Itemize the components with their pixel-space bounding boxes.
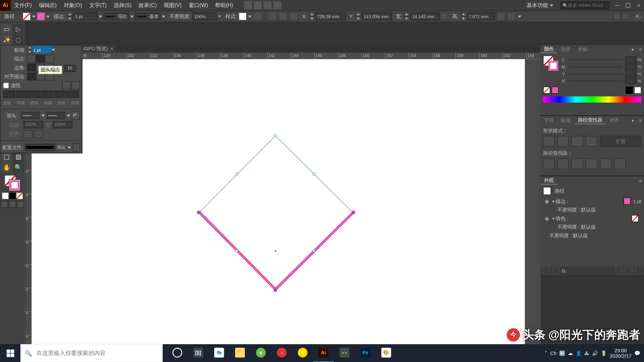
panel-collapse-icon[interactable]: ▸ — [630, 46, 637, 52]
crop-button[interactable] — [586, 159, 597, 169]
y-slider[interactable] — [569, 73, 623, 74]
link-wh-icon[interactable] — [441, 13, 448, 20]
color-tab[interactable]: 颜色 — [540, 46, 557, 53]
selection-tool[interactable]: ▭ — [1, 24, 12, 34]
h-input[interactable]: 7.071 mm — [467, 12, 495, 20]
gpu-icon[interactable] — [273, 1, 281, 9]
cap-butt-button[interactable] — [27, 55, 36, 63]
intersect-button[interactable] — [572, 136, 583, 146]
unite-button[interactable] — [543, 136, 554, 146]
notifications-icon[interactable]: 💬 — [634, 350, 641, 356]
hand-tool[interactable]: ✋ — [1, 163, 12, 172]
maximize-button[interactable] — [624, 2, 633, 9]
none-color-button[interactable] — [543, 86, 550, 94]
document-tab[interactable]: /GPU 预览)✕ — [80, 45, 117, 53]
black-button[interactable] — [626, 86, 633, 94]
k-slider[interactable] — [569, 80, 623, 81]
menu-help[interactable]: 帮助(H) — [212, 2, 237, 9]
brush-select[interactable]: 基本 — [135, 13, 161, 20]
stroke-color-swatch[interactable] — [37, 12, 45, 20]
menu-view[interactable]: 视图(V) — [160, 2, 185, 9]
menu-edit[interactable]: 编辑(E) — [35, 2, 60, 9]
adobe-stock-search[interactable]: 🔍 搜索 Adobe Stock — [560, 1, 609, 9]
taskbar-music[interactable]: ♪ — [272, 344, 292, 362]
close-tab-icon[interactable]: ✕ — [110, 46, 114, 51]
system-tray[interactable]: ˄ Ch 🔤 ☁ 👤 🖧 🔊 🔋 23:00 2020/2/17 💬 — [541, 348, 644, 358]
menu-effect[interactable]: 效果(C) — [135, 2, 160, 9]
panel-menu-icon[interactable]: ≡ — [637, 118, 644, 123]
graphic-style-swatch[interactable] — [239, 12, 247, 20]
appearance-tab[interactable]: 外观 — [540, 177, 557, 185]
menu-extra-icon[interactable] — [244, 1, 252, 9]
fill-stroke-control[interactable] — [4, 175, 20, 191]
fill-color-swatch[interactable] — [632, 215, 639, 222]
task-view-button[interactable] — [167, 344, 187, 362]
color-mode-toggle[interactable] — [2, 193, 23, 199]
style-label[interactable]: 样式: — [225, 13, 236, 20]
add-fill-icon[interactable] — [552, 267, 559, 275]
weight-dropdown[interactable] — [51, 49, 55, 51]
appearance-opacity-row[interactable]: 不透明度 : 默认值 — [540, 223, 644, 231]
dash-preserve-button[interactable] — [62, 81, 71, 89]
clock[interactable]: 23:00 2020/2/17 — [610, 348, 632, 358]
last-color-button[interactable] — [551, 86, 558, 94]
color-spectrum[interactable] — [543, 97, 641, 103]
taskbar-wechat[interactable]: ●● — [334, 344, 355, 362]
tray-up-icon[interactable]: ˄ — [545, 350, 547, 356]
artboard-tool[interactable]: ▢ — [1, 152, 12, 162]
menu-select[interactable]: 选择(S) — [110, 2, 135, 9]
m-slider[interactable] — [569, 66, 623, 67]
appearance-opacity-row[interactable]: 不透明度 : 默认值 — [540, 205, 644, 214]
taskbar-store[interactable]: 🛍 — [209, 344, 229, 362]
delete-item-icon[interactable] — [635, 267, 642, 275]
merge-button[interactable] — [572, 159, 583, 169]
exclude-button[interactable] — [586, 136, 597, 146]
visibility-toggle-icon[interactable]: ◉ — [543, 216, 551, 221]
fill-color-swatch[interactable] — [23, 12, 31, 20]
stroke-weight-input[interactable]: 1 pt — [73, 12, 98, 20]
white-button[interactable] — [634, 86, 641, 94]
character-tab[interactable]: 字符 — [540, 117, 557, 124]
align-icon[interactable] — [268, 12, 277, 21]
taskbar-app-yellow[interactable] — [292, 344, 313, 362]
onedrive-icon[interactable]: ☁ — [568, 350, 573, 356]
panel-menu-icon[interactable]: ≡ — [637, 47, 644, 52]
minus-front-button[interactable] — [557, 136, 569, 146]
panel-menu-icon[interactable]: ≡ — [635, 13, 642, 20]
slice-tool[interactable]: ▨ — [13, 152, 23, 162]
taskbar-search[interactable]: 🔍在这里输入你要搜索的内容 — [20, 344, 163, 362]
swap-arrows-button[interactable]: ⇄ — [72, 112, 80, 120]
corner-miter-button[interactable] — [27, 63, 36, 71]
add-effect-label[interactable]: fx. — [562, 268, 567, 274]
taskbar-illustrator[interactable]: Ai — [313, 344, 334, 362]
gradient-tab[interactable]: 渐变 — [557, 46, 574, 53]
ime-indicator[interactable]: Ch — [550, 350, 556, 356]
appearance-fill-row[interactable]: ◉ ▾ 填色 : — [540, 214, 644, 223]
arrow-end-select[interactable] — [47, 112, 65, 119]
taskbar-explorer[interactable]: 📁 — [230, 344, 250, 362]
isolate-icon[interactable] — [507, 12, 516, 21]
pathfinder-tab[interactable]: 路径查找器 — [574, 117, 606, 124]
cap-round-button[interactable] — [36, 55, 45, 63]
opacity-input[interactable]: 100% — [193, 12, 217, 20]
transform-icon[interactable] — [289, 12, 299, 21]
duplicate-item-icon[interactable] — [625, 267, 632, 275]
c-value-input[interactable] — [625, 56, 636, 63]
swatches-tab[interactable]: 色板 — [574, 46, 591, 53]
magic-wand-tool[interactable]: ✨ — [1, 35, 12, 44]
k-value-input[interactable] — [625, 78, 636, 84]
shape-icon[interactable] — [279, 12, 288, 21]
ime-icon[interactable]: 🔤 — [559, 350, 566, 356]
flip-profile-button[interactable] — [73, 143, 80, 152]
transform-panel-icon[interactable] — [496, 12, 505, 21]
stroke-color-swatch[interactable] — [623, 198, 630, 205]
menu-window[interactable]: 窗口(W) — [185, 2, 212, 9]
m-value-input[interactable] — [625, 63, 636, 70]
expand-button[interactable]: 扩展 — [600, 136, 641, 146]
menu-type[interactable]: 文字(T) — [86, 2, 110, 9]
arrange-docs-icon[interactable] — [263, 1, 271, 9]
trim-button[interactable] — [557, 159, 569, 169]
align-tab[interactable]: 对齐 — [606, 117, 623, 124]
w-input[interactable]: 14.142 mm — [411, 12, 440, 20]
taskbar-app[interactable]: [||] — [188, 344, 208, 362]
